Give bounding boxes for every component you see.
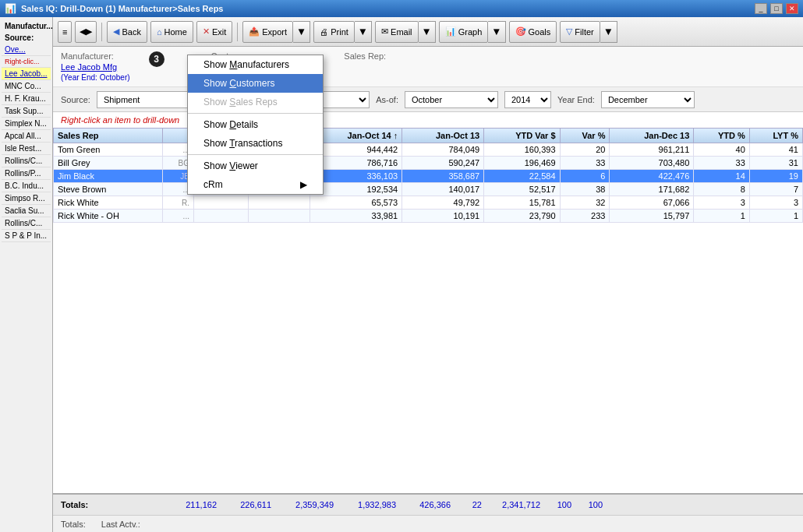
goals-button[interactable]: 🎯 Goals xyxy=(509,21,557,43)
email-group: ✉ Email ▼ xyxy=(375,21,436,43)
list-item[interactable]: Rollins/C... xyxy=(2,155,51,167)
menu-button[interactable]: ≡ xyxy=(58,21,72,43)
print-icon: 🖨 xyxy=(320,27,328,37)
list-item[interactable]: Rollins/C... xyxy=(2,217,51,230)
overview-item[interactable]: Ove... xyxy=(2,44,51,56)
jan-oct14: 33,981 xyxy=(310,210,402,223)
lyt-pct: 19 xyxy=(749,170,802,183)
main-container: Manufactur... Source: Ove... Right-clic.… xyxy=(0,17,803,532)
rep-name: Tom Green xyxy=(54,143,163,157)
graph-button[interactable]: 📊 Graph xyxy=(439,21,489,43)
close-button[interactable]: ✕ xyxy=(786,3,798,14)
home-button[interactable]: ⌂ Home xyxy=(150,21,193,43)
list-item[interactable]: Task Sup... xyxy=(2,105,51,118)
ytd-var: 15,781 xyxy=(484,196,560,210)
minimize-button[interactable]: _ xyxy=(755,3,767,14)
toolbar: ≡ ◀▶ ◀ Back ⌂ Home ✕ Exit 📤 Export ▼ xyxy=(53,17,803,47)
filter-button[interactable]: ▽ Filter xyxy=(560,21,600,43)
jan-oct13: 590,247 xyxy=(402,157,484,170)
jan-oct14: 944,442 xyxy=(310,143,402,157)
email-label: Email xyxy=(391,27,412,37)
email-button[interactable]: ✉ Email xyxy=(375,21,419,43)
year-select[interactable]: 2014 xyxy=(504,91,551,108)
totals-ytd-pct: 100 xyxy=(540,500,571,509)
var-pct: 32 xyxy=(560,196,610,210)
list-item[interactable]: S P & P In... xyxy=(2,230,51,242)
print-arrow[interactable]: ▼ xyxy=(355,21,372,43)
show-transactions-label: Show Transactions xyxy=(203,138,282,149)
oct13 xyxy=(248,210,310,223)
totals-ytd-var: 426,366 xyxy=(396,500,451,509)
back-label: Back xyxy=(122,27,140,37)
table-row[interactable]: Steve Brown ... 192,534 140,017 52,517 3… xyxy=(54,183,803,196)
show-customers-item[interactable]: Show Customers xyxy=(188,74,323,93)
lee-jacob-item[interactable]: Lee Jacob... xyxy=(2,68,51,80)
graph-arrow[interactable]: ▼ xyxy=(488,21,505,43)
show-viewer-item[interactable]: Show Viewer xyxy=(188,157,323,175)
export-icon: 📤 xyxy=(249,26,260,37)
list-item[interactable]: Simpso R... xyxy=(2,192,51,205)
col-sales-rep: Sales Rep xyxy=(54,129,163,143)
show-sales-reps-item: Show Sales Reps xyxy=(188,93,323,111)
table-row-selected[interactable]: Jim Black JB 36,013 25,377 336,103 358,6… xyxy=(54,170,803,183)
email-icon: ✉ xyxy=(381,26,388,37)
show-manufacturers-item[interactable]: Show Manufacturers xyxy=(188,55,323,74)
app-title: Sales IQ: Drill-Down (1) Manufacturer>Sa… xyxy=(21,4,224,13)
table-row[interactable]: Tom Green ... 73,218 101,701 944,442 784… xyxy=(54,143,803,157)
email-arrow[interactable]: ▼ xyxy=(419,21,436,43)
as-of-select[interactable]: October xyxy=(405,91,498,108)
rep-name: Jim Black xyxy=(54,170,163,183)
col-jan-oct14: Jan-Oct 14 ↑ xyxy=(310,129,402,143)
totals-jan-oct13: 1,932,983 xyxy=(334,500,396,509)
rep-name: Bill Grey xyxy=(54,157,163,170)
back-button[interactable]: ◀ Back xyxy=(107,21,147,43)
list-item[interactable]: Isle Rest... xyxy=(2,143,51,155)
filter-arrow[interactable]: ▼ xyxy=(600,21,617,43)
manufacturer-value[interactable]: Lee Jacob Mfg xyxy=(61,62,130,72)
jan-dec13: 422,476 xyxy=(610,170,694,183)
rep-name: Rick White xyxy=(54,196,163,210)
table-scroll[interactable]: Sales Rep Oct 14 Oct 13 Jan-Oct 14 ↑ Jan… xyxy=(53,128,803,493)
graph-group: 📊 Graph ▼ xyxy=(439,21,506,43)
jan-oct14: 192,534 xyxy=(310,183,402,196)
totals-bar: Totals: 211,162 226,611 2,359,349 1,932,… xyxy=(53,493,803,515)
totals-oct13: 226,611 xyxy=(217,500,271,509)
col-jan-dec13: Jan-Dec 13 xyxy=(610,129,694,143)
var-pct: 6 xyxy=(560,170,610,183)
home-label: Home xyxy=(164,27,187,37)
right-panel: ≡ ◀▶ ◀ Back ⌂ Home ✕ Exit 📤 Export ▼ xyxy=(53,17,803,532)
print-group: 🖨 Print ▼ xyxy=(313,21,372,43)
oct14 xyxy=(193,196,248,210)
list-item[interactable]: H. F. Krau... xyxy=(2,93,51,105)
crm-item[interactable]: cRm ▶ xyxy=(188,175,323,194)
show-transactions-item[interactable]: Show Transactions xyxy=(188,134,323,153)
totals-jan-oct14: 2,359,349 xyxy=(271,500,334,509)
print-button[interactable]: 🖨 Print xyxy=(313,21,355,43)
list-item[interactable]: MNC Co... xyxy=(2,80,51,93)
show-viewer-label: Show Viewer xyxy=(203,160,258,171)
ytd-pct: 14 xyxy=(694,170,750,183)
ytd-var: 160,393 xyxy=(484,143,560,157)
title-bar-left: 📊 Sales IQ: Drill-Down (1) Manufacturer>… xyxy=(5,3,224,14)
table-row[interactable]: Rick White R. 65,573 49,792 15,781 32 67… xyxy=(54,196,803,210)
col-ytd-var: YTD Var $ xyxy=(484,129,560,143)
export-arrow[interactable]: ▼ xyxy=(293,21,310,43)
nav-button[interactable]: ◀▶ xyxy=(75,21,97,43)
list-item[interactable]: Rollins/P... xyxy=(2,167,51,180)
totals-jan-dec13: 2,341,712 xyxy=(482,500,540,509)
list-item[interactable]: Saclia Su... xyxy=(2,205,51,217)
list-item[interactable]: Apcal All... xyxy=(2,130,51,143)
rep-abbr: ... xyxy=(163,210,194,223)
list-item[interactable]: Simplex N... xyxy=(2,118,51,130)
restore-button[interactable]: □ xyxy=(770,3,783,14)
table-row[interactable]: Rick White - OH ... 33,981 10,191 23,790… xyxy=(54,210,803,223)
table-row[interactable]: Bill Grey BG 70,409 73,472 786,716 590,2… xyxy=(54,157,803,170)
info-bar: Manufacturer: Lee Jacob Mfg (Year End: O… xyxy=(53,47,803,87)
list-item[interactable]: B.C. Indu... xyxy=(2,180,51,192)
exit-button[interactable]: ✕ Exit xyxy=(196,21,232,43)
show-details-item[interactable]: Show Details xyxy=(188,115,323,134)
ytd-pct: 3 xyxy=(694,196,750,210)
var-pct: 20 xyxy=(560,143,610,157)
year-end-select[interactable]: December xyxy=(601,91,695,108)
export-button[interactable]: 📤 Export xyxy=(242,21,293,43)
